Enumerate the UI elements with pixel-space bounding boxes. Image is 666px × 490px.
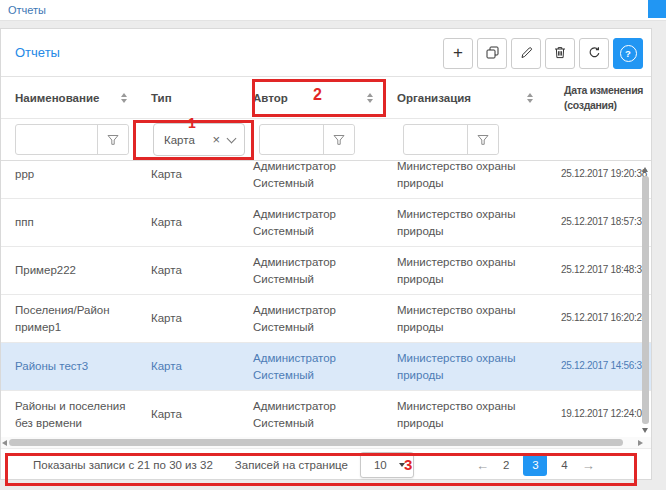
filter-cell-author	[253, 119, 397, 160]
filter-cell-date	[557, 119, 651, 160]
breadcrumb: Отчеты	[0, 0, 666, 21]
cell-type: Карта	[151, 247, 253, 294]
per-page-label: Записей на странице	[235, 459, 348, 471]
cell-author: Администратор Системный	[253, 391, 397, 437]
add-button[interactable]: +	[443, 38, 473, 69]
filter-input-author[interactable]	[260, 125, 323, 154]
cell-date: 25.12.2017 14:56:33	[557, 343, 651, 390]
vertical-scrollbar-thumb[interactable]	[642, 176, 649, 424]
breadcrumb-link[interactable]: Отчеты	[8, 4, 46, 16]
cell-date: 19.12.2017 12:24:06	[557, 391, 651, 437]
clear-filter-icon[interactable]: ×	[212, 133, 220, 146]
page-title: Отчеты	[15, 45, 60, 60]
table-row[interactable]: Поселения/Район пример1КартаАдминистрато…	[1, 295, 651, 343]
sort-icon	[121, 93, 127, 103]
column-header-date: Дата изменения (создания)	[557, 77, 651, 118]
cell-author: Администратор Системный	[253, 199, 397, 246]
scroll-down-arrow-icon[interactable]	[642, 428, 648, 433]
scroll-left-arrow-icon[interactable]	[2, 440, 7, 446]
cell-org: Министерство охраны природы	[397, 247, 557, 294]
filter-input-org[interactable]	[404, 125, 467, 154]
cell-date: 25.12.2017 18:57:37	[557, 199, 651, 246]
table-header-row: НаименованиеТипАвторОрганизацияДата изме…	[1, 77, 651, 119]
help-button[interactable]: ?	[613, 38, 643, 69]
column-header-author[interactable]: Автор	[253, 77, 397, 118]
plus-icon: +	[453, 44, 463, 61]
cell-type: Карта	[151, 161, 253, 198]
delete-button[interactable]	[545, 38, 575, 69]
filter-group	[15, 124, 129, 155]
help-icon: ?	[620, 45, 637, 62]
copy-icon	[486, 46, 499, 62]
table-row[interactable]: пппКартаАдминистратор СистемныйМинистерс…	[1, 199, 651, 247]
sort-icon	[527, 93, 533, 103]
cell-org: Министерство охраны природы	[397, 295, 557, 342]
per-page-select[interactable]: 10	[360, 452, 414, 478]
filter-funnel-button[interactable]	[467, 125, 498, 154]
toolbar: + ?	[443, 38, 643, 69]
sort-icon	[367, 93, 373, 103]
cell-org: Министерство охраны природы	[397, 391, 557, 437]
column-label: Автор	[253, 92, 288, 104]
column-header-org[interactable]: Организация	[397, 77, 557, 118]
reports-panel: Отчеты + ?	[0, 28, 652, 480]
column-label: Наименование	[15, 92, 99, 104]
panel-header: Отчеты + ?	[1, 29, 651, 77]
chevron-down-icon[interactable]	[227, 133, 237, 143]
table-row[interactable]: Районы тест3КартаАдминистратор Системный…	[1, 343, 651, 391]
cut-off-blue-widget[interactable]	[648, 0, 666, 18]
app: Отчеты Отчеты +	[0, 0, 666, 490]
type-filter-select[interactable]: Карта×	[153, 123, 245, 156]
column-header-name[interactable]: Наименование	[15, 77, 151, 118]
cell-name: Пример222	[15, 247, 151, 294]
trash-icon	[554, 46, 566, 62]
page-button-3[interactable]: 3	[523, 454, 547, 476]
prev-page-button[interactable]: ←	[476, 458, 489, 473]
caret-down-icon	[399, 463, 405, 467]
cell-date: 25.12.2017 16:20:24	[557, 295, 651, 342]
cell-org: Министерство охраны природы	[397, 161, 557, 198]
cell-name: ppp	[15, 161, 151, 198]
cell-author: Администратор Системный	[253, 161, 397, 198]
cell-name: Районы тест3	[15, 343, 151, 390]
filter-cell-name	[15, 119, 151, 160]
next-page-button[interactable]: →	[582, 458, 595, 473]
cell-author: Администратор Системный	[253, 247, 397, 294]
cell-type: Карта	[151, 295, 253, 342]
cell-type: Карта	[151, 391, 253, 437]
vertical-scrollbar[interactable]	[640, 161, 650, 437]
records-info: Показаны записи с 21 по 30 из 32	[33, 459, 213, 471]
pencil-icon	[520, 46, 533, 62]
cell-name: Поселения/Район пример1	[15, 295, 151, 342]
table-filter-row: Карта×	[1, 119, 651, 161]
cell-date: 25.12.2017 18:48:34	[557, 247, 651, 294]
copy-button[interactable]	[477, 38, 507, 69]
filter-funnel-button[interactable]	[323, 125, 354, 154]
filter-cell-type: Карта×	[151, 119, 253, 160]
column-label: Организация	[397, 92, 471, 104]
horizontal-scrollbar-thumb[interactable]	[9, 439, 623, 446]
refresh-button[interactable]	[579, 38, 609, 69]
table-body: pppКартаАдминистратор СистемныйМинистерс…	[1, 161, 651, 437]
scroll-right-arrow-icon[interactable]	[638, 440, 643, 446]
filter-input-name[interactable]	[16, 125, 97, 154]
filter-funnel-button[interactable]	[97, 125, 128, 154]
table-row[interactable]: pppКартаАдминистратор СистемныйМинистерс…	[1, 161, 651, 199]
table-body-inner: pppКартаАдминистратор СистемныйМинистерс…	[1, 161, 651, 437]
table-row[interactable]: Районы и поселения без времениКартаАдмин…	[1, 391, 651, 437]
page-button-4[interactable]: 4	[559, 459, 569, 471]
edit-button[interactable]	[511, 38, 541, 69]
cell-name: ппп	[15, 199, 151, 246]
table-footer: Показаны записи с 21 по 30 из 32 Записей…	[1, 449, 651, 481]
scroll-up-arrow-icon[interactable]	[642, 167, 648, 172]
page-button-2[interactable]: 2	[501, 459, 511, 471]
cell-org: Министерство охраны природы	[397, 343, 557, 390]
cell-date: 25.12.2017 19:20:38	[557, 161, 651, 198]
per-page-value: 10	[374, 459, 387, 471]
horizontal-scrollbar[interactable]	[1, 437, 651, 449]
refresh-icon	[588, 46, 601, 62]
table-row[interactable]: Пример222КартаАдминистратор СистемныйМин…	[1, 247, 651, 295]
cell-type: Карта	[151, 199, 253, 246]
filter-group	[403, 124, 499, 155]
cell-org: Министерство охраны природы	[397, 199, 557, 246]
